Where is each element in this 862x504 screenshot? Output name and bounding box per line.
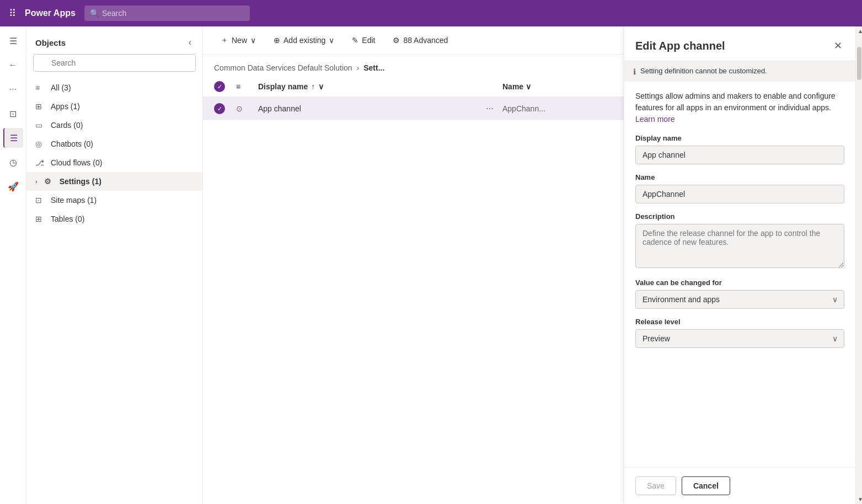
value-changed-label: Value can be changed for — [635, 278, 844, 287]
nav-list-icon[interactable]: ☰ — [3, 128, 23, 148]
scroll-down-arrow[interactable]: ▼ — [856, 495, 862, 504]
advanced-button[interactable]: ⚙ 88 Advanced — [386, 33, 454, 48]
check-circle-header[interactable]: ✓ — [214, 81, 225, 92]
table-header-check: ✓ — [214, 81, 236, 92]
cancel-button[interactable]: Cancel — [682, 476, 730, 495]
nav-list: ≡ All (3) ⊞ Apps (1) ▭ Cards (0) ◎ Chatb… — [26, 78, 202, 504]
edit-panel: Edit App channel ✕ ℹ Setting definition … — [624, 26, 855, 504]
objects-panel: Objects ‹ 🔍 ≡ All (3) ⊞ Apps (1) ▭ Cards… — [26, 26, 203, 504]
row-more-button[interactable]: ⋯ — [486, 104, 502, 113]
sidebar-item-all-label: All (3) — [51, 83, 71, 92]
sidebar-item-tables[interactable]: ⊞ Tables (0) — [26, 210, 202, 228]
sidebar-item-chatbots[interactable]: ◎ Chatbots (0) — [26, 135, 202, 153]
new-button[interactable]: ＋ New ∨ — [214, 32, 263, 49]
value-changed-select-wrapper: Environment and apps ∨ — [635, 290, 844, 309]
table-header-icon-col: ≡ — [236, 82, 258, 91]
display-name-label: Display name — [635, 134, 844, 142]
cards-icon: ▭ — [35, 121, 45, 130]
sidebar-item-all[interactable]: ≡ All (3) — [26, 78, 202, 97]
chatbots-icon: ◎ — [35, 140, 45, 148]
nav-screen-icon[interactable]: ⊡ — [3, 104, 23, 124]
topbar: ⠿ Power Apps 🔍 — [0, 0, 862, 26]
search-box-container: 🔍 — [33, 54, 196, 72]
breadcrumb: Common Data Services Default Solution › … — [203, 55, 624, 77]
sidebar-item-site-maps-label: Site maps (1) — [51, 196, 97, 205]
learn-more-link[interactable]: Learn more — [635, 115, 675, 124]
sidebar-item-apps-label: Apps (1) — [51, 102, 80, 111]
sidebar-item-apps[interactable]: ⊞ Apps (1) — [26, 97, 202, 116]
nav-more-icon[interactable]: ··· — [3, 79, 23, 99]
save-button[interactable]: Save — [635, 476, 676, 495]
panel-close-button[interactable]: ✕ — [832, 37, 844, 54]
objects-title: Objects — [35, 38, 66, 47]
nav-menu-icon[interactable]: ☰ — [3, 31, 23, 51]
main-layout: ☰ ← ··· ⊡ ☰ ◷ 🚀 Objects ‹ 🔍 ≡ All (3) ⊞ … — [0, 26, 862, 504]
name-input[interactable] — [635, 185, 844, 203]
release-level-label: Release level — [635, 318, 844, 326]
scrollbar-thumb[interactable] — [857, 47, 861, 80]
table-header-name-col[interactable]: Name ∨ — [502, 82, 613, 91]
scroll-up-arrow[interactable]: ▲ — [856, 26, 862, 36]
objects-header: Objects ‹ — [26, 26, 202, 54]
apps-icon: ⊞ — [35, 102, 45, 111]
add-existing-label: Add existing — [283, 36, 325, 45]
row-checkbox[interactable]: ✓ — [214, 103, 236, 114]
content-area: ＋ New ∨ ⊕ Add existing ∨ ✎ Edit ⚙ 88 Adv… — [203, 26, 624, 504]
info-icon: ℹ — [633, 67, 636, 76]
value-changed-field-group: Value can be changed for Environment and… — [635, 278, 844, 309]
settings-icon: ⚙ — [44, 177, 54, 186]
advanced-button-label: 88 Advanced — [403, 36, 448, 45]
nav-rocket-icon[interactable]: 🚀 — [3, 176, 23, 196]
collapse-panel-button[interactable]: ‹ — [186, 35, 194, 50]
breadcrumb-part1: Common Data Services Default Solution — [214, 63, 352, 72]
panel-body: Settings allow admins and makers to enab… — [624, 82, 855, 467]
grid-icon[interactable]: ⠿ — [9, 7, 16, 19]
breadcrumb-separator: › — [357, 63, 360, 72]
advanced-icon: ⚙ — [393, 36, 400, 45]
table-header-display-name[interactable]: Display name ↑ ∨ — [258, 82, 502, 91]
expand-arrow-icon: › — [35, 178, 38, 185]
site-maps-icon: ⊡ — [35, 196, 45, 205]
right-scrollbar: ▲ ▼ — [855, 26, 862, 504]
sidebar-item-settings[interactable]: › ⚙ Settings (1) — [26, 172, 202, 191]
panel-info-bar: ℹ Setting definition cannot be customize… — [624, 61, 855, 82]
nav-back-icon[interactable]: ← — [3, 55, 23, 75]
name-col-chevron: ∨ — [526, 82, 531, 91]
table-header: ✓ ≡ Display name ↑ ∨ Name ∨ — [203, 77, 624, 98]
sort-toggle-icon: ∨ — [318, 82, 324, 91]
value-changed-select[interactable]: Environment and apps — [635, 290, 844, 309]
sidebar-item-site-maps[interactable]: ⊡ Site maps (1) — [26, 191, 202, 210]
breadcrumb-part2: Sett... — [363, 63, 384, 72]
sidebar-item-cards-label: Cards (0) — [51, 121, 83, 130]
sidebar-item-settings-label: Settings (1) — [60, 177, 101, 186]
release-level-field-group: Release level Preview ∨ — [635, 318, 844, 348]
cloud-flows-icon: ⎇ — [35, 158, 45, 167]
topbar-search-input[interactable] — [84, 6, 250, 21]
topbar-search-wrapper: 🔍 — [84, 6, 305, 21]
topbar-search-icon: 🔍 — [90, 9, 99, 18]
description-textarea[interactable] — [635, 224, 844, 268]
app-title: Power Apps — [25, 8, 76, 18]
row-system-name: AppChann... — [502, 104, 613, 113]
edit-button[interactable]: ✎ Edit — [345, 33, 382, 48]
objects-search-input[interactable] — [33, 54, 196, 72]
sidebar-item-cloud-flows[interactable]: ⎇ Cloud flows (0) — [26, 153, 202, 172]
display-name-input[interactable] — [635, 146, 844, 164]
panel-header: Edit App channel ✕ — [624, 26, 855, 61]
edit-pencil-icon: ✎ — [352, 36, 358, 45]
sidebar-item-cards[interactable]: ▭ Cards (0) — [26, 116, 202, 135]
new-plus-icon: ＋ — [221, 35, 228, 45]
table-row[interactable]: ✓ ⊙ App channel ⋯ AppChann... — [203, 98, 624, 120]
tables-icon: ⊞ — [35, 215, 45, 223]
row-display-name: App channel — [258, 104, 486, 113]
all-icon: ≡ — [35, 83, 45, 92]
description-label: Description — [635, 212, 844, 221]
release-level-select[interactable]: Preview — [635, 329, 844, 348]
new-button-label: New — [232, 36, 247, 45]
nav-history-icon[interactable]: ◷ — [3, 152, 23, 172]
release-level-select-wrapper: Preview ∨ — [635, 329, 844, 348]
search-box-wrapper: 🔍 — [26, 54, 202, 78]
description-field-group: Description — [635, 212, 844, 270]
add-existing-button[interactable]: ⊕ Add existing ∨ — [267, 33, 341, 48]
name-field-group: Name — [635, 173, 844, 203]
